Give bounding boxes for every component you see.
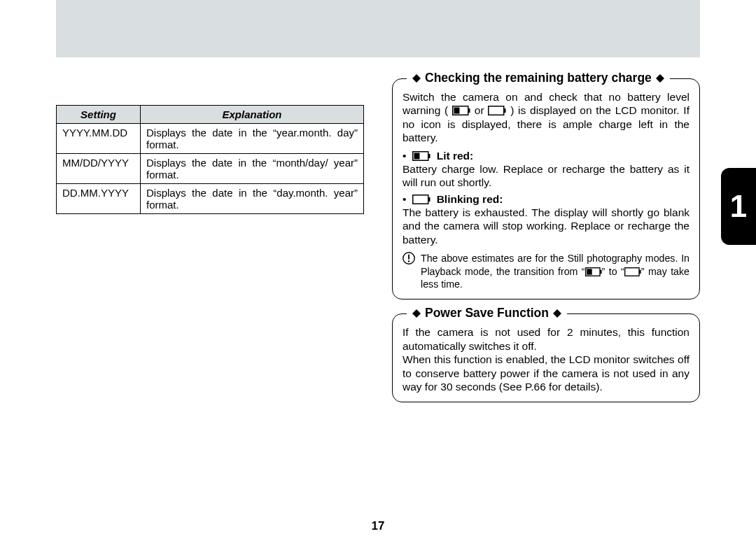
svg-marker-21 bbox=[553, 309, 561, 318]
caution-icon bbox=[402, 252, 415, 265]
text-fragment: ” to “ bbox=[602, 266, 624, 277]
cell-explanation: Displays the date in the “month/day/ yea… bbox=[141, 154, 364, 184]
box-title: Power Save Function bbox=[425, 306, 549, 320]
battery-low-icon bbox=[412, 151, 430, 161]
battery-low-icon bbox=[585, 267, 602, 276]
diamond-icon bbox=[553, 309, 561, 318]
bullet: • bbox=[402, 150, 410, 162]
diamond-icon bbox=[656, 74, 664, 83]
cell-setting: YYYY.MM.DD bbox=[57, 124, 141, 154]
cell-setting: DD.MM.YYYY bbox=[57, 184, 141, 214]
date-format-table: Setting Explanation YYYY.MM.DD Displays … bbox=[56, 105, 364, 214]
svg-marker-20 bbox=[412, 309, 421, 318]
svg-rect-6 bbox=[504, 108, 506, 113]
battery-low-icon bbox=[452, 106, 470, 115]
page-number: 17 bbox=[0, 519, 756, 533]
left-column: Setting Explanation YYYY.MM.DD Displays … bbox=[56, 105, 364, 214]
svg-point-14 bbox=[408, 260, 410, 262]
cell-explanation: Displays the date in the “day.month. yea… bbox=[141, 184, 364, 214]
battery-empty-icon bbox=[488, 106, 506, 115]
diamond-icon bbox=[412, 74, 421, 83]
chapter-number: 1 bbox=[730, 189, 747, 224]
item-label: Blinking red: bbox=[433, 193, 503, 205]
box-legend: Power Save Function bbox=[407, 306, 567, 320]
col-header-explanation: Explanation bbox=[141, 106, 364, 124]
bullet: • bbox=[402, 193, 410, 205]
svg-rect-4 bbox=[454, 108, 460, 114]
table-row: DD.MM.YYYY Displays the date in the “day… bbox=[57, 184, 364, 214]
battery-intro: Switch the camera on and check that no b… bbox=[402, 90, 690, 145]
svg-rect-18 bbox=[624, 267, 638, 276]
svg-rect-17 bbox=[587, 269, 592, 274]
box-legend: Checking the remaining battery charge bbox=[407, 71, 670, 85]
table-row: MM/DD/YYYY Displays the date in the “mon… bbox=[57, 154, 364, 184]
power-save-box: Power Save Function If the camera is not… bbox=[392, 313, 700, 402]
item-label: Lit red: bbox=[433, 150, 473, 162]
battery-empty-icon bbox=[624, 267, 641, 276]
text-fragment: or bbox=[475, 104, 489, 116]
header-band bbox=[56, 0, 700, 57]
battery-empty-icon bbox=[412, 195, 430, 204]
col-header-setting: Setting bbox=[57, 106, 141, 124]
svg-marker-0 bbox=[412, 74, 421, 83]
svg-marker-1 bbox=[656, 74, 664, 83]
diamond-icon bbox=[412, 309, 421, 318]
svg-rect-8 bbox=[428, 154, 430, 158]
page: 1 Setting Explanation YYYY.MM.DD Display… bbox=[0, 0, 756, 543]
battery-check-box: Checking the remaining battery charge Sw… bbox=[392, 78, 700, 299]
item-text: Battery charge low. Replace or recharge … bbox=[402, 162, 690, 190]
power-save-para2: When this function is enabled, the LCD m… bbox=[402, 353, 690, 393]
svg-rect-10 bbox=[413, 195, 428, 204]
right-column: Checking the remaining battery charge Sw… bbox=[392, 78, 700, 416]
svg-rect-9 bbox=[414, 153, 420, 159]
footnote-text: The above estimates are for the Still ph… bbox=[421, 252, 690, 290]
box-title: Checking the remaining battery charge bbox=[425, 71, 652, 85]
cell-setting: MM/DD/YYYY bbox=[57, 154, 141, 184]
item-text: The battery is exhausted. The display wi… bbox=[402, 206, 690, 246]
chapter-tab: 1 bbox=[721, 168, 756, 245]
svg-rect-11 bbox=[428, 197, 430, 202]
svg-rect-3 bbox=[468, 108, 470, 113]
svg-rect-5 bbox=[489, 106, 504, 115]
table-header-row: Setting Explanation bbox=[57, 106, 364, 124]
battery-status-item: • Blinking red: The battery is exhausted… bbox=[402, 192, 690, 247]
battery-status-item: • Lit red: Battery charge low. Replace o… bbox=[402, 149, 690, 190]
cell-explanation: Displays the date in the “year.month. da… bbox=[141, 124, 364, 154]
footnote: The above estimates are for the Still ph… bbox=[402, 252, 690, 290]
svg-rect-13 bbox=[408, 255, 410, 260]
table-row: YYYY.MM.DD Displays the date in the “yea… bbox=[57, 124, 364, 154]
power-save-para1: If the camera is not used for 2 minutes,… bbox=[402, 325, 690, 353]
